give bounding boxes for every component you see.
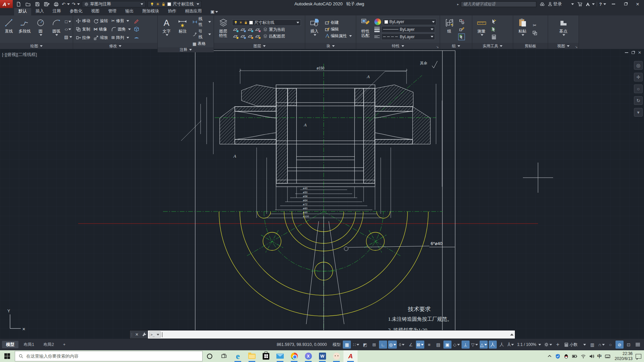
battery-icon[interactable] [572, 354, 578, 359]
linetype-dropdown[interactable]: ByLayer [381, 34, 435, 40]
match-properties-button[interactable]: 特性匹配 [358, 16, 373, 42]
command-prompt-icon[interactable]: >_ [149, 331, 161, 338]
scale-button[interactable]: 缩放 [92, 34, 109, 42]
dynamic-input-toggle[interactable]: ⊞ [370, 341, 378, 349]
taskbar-app-edge[interactable]: e [231, 350, 245, 362]
taskbar-clock[interactable]: 22:36 2020/6/13 [613, 351, 633, 361]
taskbar-app-face[interactable] [329, 350, 343, 362]
ribbon-display-toggle[interactable]: ▣ [206, 8, 223, 15]
array-button[interactable]: ⊞阵列 [110, 34, 132, 42]
object-snap-toggle[interactable]: ⊠ [416, 341, 424, 349]
edit-attributes-button[interactable]: 编辑属性 [323, 33, 353, 39]
units-button[interactable]: 小数 [563, 341, 587, 349]
infocenter-search-input[interactable]: 键入关键字或短语 [461, 1, 536, 7]
leader-button[interactable]: 引线 [191, 28, 212, 40]
pan-icon[interactable]: ✛ [634, 73, 643, 81]
model-space-toggle[interactable]: 模型 [331, 341, 342, 349]
tab-collaborate[interactable]: 协作 [164, 7, 181, 15]
qat-layer-dropdown[interactable]: ☀ 尺寸标注线 [148, 1, 202, 7]
task-view-button[interactable] [217, 350, 231, 362]
tab-default[interactable]: 默认 [14, 7, 31, 15]
panel-properties-footer[interactable]: 特性↘ [356, 43, 440, 49]
tab-annotate[interactable]: 注释 [48, 7, 65, 15]
taskbar-app-chrome[interactable] [287, 350, 301, 362]
paste-button[interactable]: 粘贴 [515, 16, 530, 42]
tab-view[interactable]: 视图 [87, 7, 104, 15]
gizmo-toggle[interactable]: △ [480, 341, 488, 349]
command-input[interactable]: >_ [148, 330, 515, 339]
panel-groups-footer[interactable]: 组 [440, 43, 472, 49]
panel-modify-footer[interactable]: 修改 [73, 43, 157, 49]
command-history-up-icon[interactable] [510, 334, 514, 336]
group-edit-icon[interactable] [458, 26, 465, 33]
touch-keyboard-icon[interactable] [605, 354, 610, 359]
layer-unlock-icon[interactable] [254, 27, 261, 33]
infer-constraints-toggle[interactable]: ◩ [361, 341, 369, 349]
panel-annotation-footer[interactable]: 注释 [158, 47, 214, 52]
set-current-layer-button[interactable]: 置为当前 [262, 27, 286, 33]
redo-button[interactable]: ↷ [72, 1, 80, 7]
help-button[interactable]: ? [599, 1, 606, 7]
ortho-mode-toggle[interactable]: ∟ [379, 341, 387, 349]
tab-insert[interactable]: 插入 [31, 7, 48, 15]
command-customize-icon[interactable] [141, 332, 148, 337]
transparency-toggle[interactable]: ▤ [434, 341, 442, 349]
steering-wheel-icon[interactable]: ◎ [634, 61, 643, 70]
close-button[interactable]: ✕ [633, 1, 643, 7]
start-button[interactable] [0, 350, 14, 362]
taskbar-app-explorer[interactable] [245, 350, 259, 362]
layer-isolate-icon[interactable] [239, 27, 246, 33]
command-close-icon[interactable]: ✕ [133, 332, 141, 337]
rectangle-tool-icon[interactable]: □ [65, 18, 71, 25]
tray-expand-icon[interactable] [547, 354, 552, 359]
dimension-button[interactable]: 标注 [175, 16, 190, 47]
zoom-extents-icon[interactable]: ○ [634, 84, 643, 93]
save-button[interactable] [34, 1, 41, 7]
layer-properties-button[interactable]: 图层特性 [215, 16, 231, 42]
group-selection-toggle[interactable] [458, 34, 465, 40]
plot-button[interactable] [52, 1, 60, 7]
autodesk-account-button[interactable] [585, 1, 595, 7]
panel-utilities-footer[interactable]: 实用工具 [472, 43, 513, 49]
cortana-button[interactable] [203, 350, 217, 362]
workspace-dropdown[interactable]: 草图与注释 [82, 1, 146, 7]
isometric-drafting-toggle[interactable]: ◊ [398, 341, 406, 349]
select-objects-icon[interactable] [490, 26, 497, 33]
security-shield-icon[interactable] [555, 354, 560, 359]
base-view-button[interactable]: 基点 [555, 16, 571, 42]
tab-layout2[interactable]: 布局2 [39, 341, 58, 348]
polyline-button[interactable]: 多段线 [17, 16, 32, 42]
quick-calculator-icon[interactable] [490, 34, 497, 40]
new-layout-button[interactable]: + [59, 341, 69, 348]
panel-draw-footer[interactable]: 绘图 [0, 43, 73, 49]
taskbar-app-thunder[interactable]: X [301, 350, 315, 362]
layer-thaw-icon[interactable] [247, 34, 253, 39]
tab-output[interactable]: 输出 [121, 7, 138, 15]
panel-layers-footer[interactable]: 图层 [214, 43, 305, 49]
infocenter-collapse-icon[interactable]: ▸ [457, 2, 459, 6]
dynamic-ucs-toggle[interactable]: ⊥ [462, 341, 470, 349]
doc-minimize-icon[interactable] [625, 52, 628, 53]
group-button[interactable]: 组 [441, 16, 457, 42]
viewport-scale-button[interactable]: 1:1 / 100% [516, 341, 542, 349]
model-space-canvas[interactable]: [-][俯视][二维线框] ✕ ◎ ✛ ○ ↻ ▾ [0, 49, 644, 339]
panel-view-footer[interactable]: 视图↘ [548, 43, 579, 49]
graphics-performance-toggle[interactable]: ⊘ [615, 341, 624, 349]
osnap-tracking-toggle[interactable]: ∠ [407, 341, 415, 349]
volume-icon[interactable] [589, 354, 594, 359]
grid-mode-toggle[interactable]: ▦ [343, 341, 351, 349]
doc-close-icon[interactable]: ✕ [638, 50, 641, 55]
clean-screen-toggle[interactable]: ⊡ [625, 341, 633, 349]
trim-button[interactable]: ✂修剪 [110, 17, 132, 25]
erase-icon[interactable] [133, 18, 140, 25]
workspace-switch-button[interactable] [543, 341, 553, 349]
taskbar-app-autocad[interactable]: A [343, 350, 358, 362]
tab-addins[interactable]: 附加模块 [138, 7, 164, 15]
line-button[interactable]: 直线 [1, 16, 16, 42]
layer-walk-icon[interactable] [239, 34, 246, 39]
app-logo[interactable]: A [0, 0, 13, 8]
quick-select-icon[interactable] [490, 18, 497, 25]
tab-featured-apps[interactable]: 精选应用 [181, 7, 206, 15]
annotation-visibility-toggle[interactable]: 人 [489, 341, 497, 349]
layer-freeze-icon[interactable] [232, 27, 238, 33]
